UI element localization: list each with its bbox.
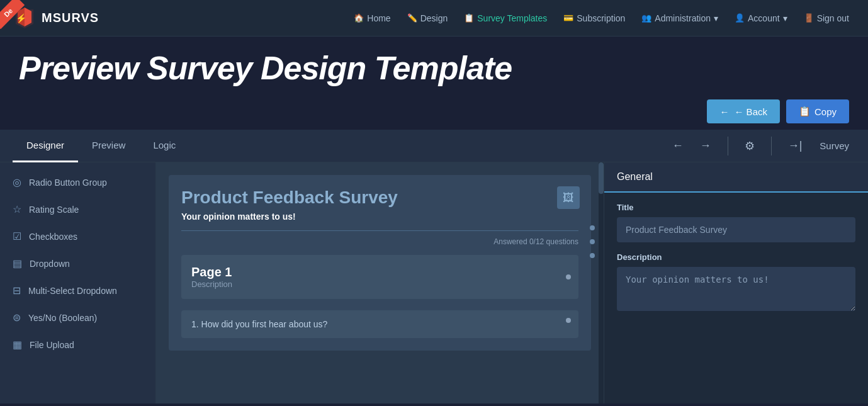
star-icon: ☆ xyxy=(13,203,21,215)
design-icon: ✏️ xyxy=(407,13,417,23)
undo-button[interactable]: ← xyxy=(667,137,689,155)
fileupload-icon: ▦ xyxy=(13,339,22,351)
back-button[interactable]: ← ← Back xyxy=(707,99,780,123)
nav-design[interactable]: ✏️ Design xyxy=(401,9,454,27)
survey-label: Survey xyxy=(813,140,855,151)
image-icon: 🖼 xyxy=(557,186,580,209)
sidebar-item-rating[interactable]: ☆ Rating Scale xyxy=(0,196,155,223)
survey-divider xyxy=(181,230,578,231)
expand-button[interactable]: →| xyxy=(783,137,808,155)
main-layout: ◎ Radio Button Group ☆ Rating Scale ☑ Ch… xyxy=(0,162,868,403)
page-section[interactable]: Page 1 Description xyxy=(181,255,578,299)
chevron-down-icon: ▾ xyxy=(714,13,718,23)
logo-text: MSURVS xyxy=(42,11,99,25)
dot-indicator-2 xyxy=(566,318,571,323)
nav-administration[interactable]: 👥 Administration ▾ xyxy=(635,9,724,27)
side-dots xyxy=(590,225,595,258)
page1-desc: Description xyxy=(191,279,568,289)
checkbox-icon: ☑ xyxy=(13,230,21,242)
nav-subscription[interactable]: 💳 Subscription xyxy=(557,9,631,27)
description-input[interactable]: Your opinion matters to us! xyxy=(617,267,855,311)
scrollbar-thumb xyxy=(599,162,604,194)
templates-icon: 📋 xyxy=(464,13,474,23)
sidebar-item-yesno[interactable]: ⊜ Yes/No (Boolean) xyxy=(0,304,155,331)
nav-links: 🏠 Home ✏️ Design 📋 Survey Templates 💳 Su… xyxy=(347,9,855,27)
copy-button[interactable]: 📋 Copy xyxy=(786,99,849,123)
panel-body: Title Description Your opinion matters t… xyxy=(604,193,868,334)
navbar: ⚡ MSURVS 🏠 Home ✏️ Design 📋 Survey Templ… xyxy=(0,0,868,37)
tab-preview[interactable]: Preview xyxy=(78,130,139,162)
question-text: 1. How did you first hear about us? xyxy=(191,319,568,329)
multiselect-icon: ⊟ xyxy=(13,285,21,296)
account-chevron-icon: ▾ xyxy=(783,13,787,23)
scrollbar-track xyxy=(599,162,604,403)
admin-icon: 👥 xyxy=(641,13,651,23)
survey-card: Product Feedback Survey Your opinion mat… xyxy=(169,175,591,351)
side-dot-1 xyxy=(590,225,595,230)
nav-account[interactable]: 👤 Account ▾ xyxy=(728,9,794,27)
panel-general-header: General xyxy=(604,162,868,193)
page-title: Preview Survey Design Template xyxy=(19,49,849,87)
settings-button[interactable]: ⚙ xyxy=(740,137,760,155)
svg-text:⚡: ⚡ xyxy=(16,13,27,24)
tab-designer[interactable]: Designer xyxy=(13,130,78,162)
sidebar-item-multiselect[interactable]: ⊟ Multi-Select Dropdown xyxy=(0,277,155,304)
radio-icon: ◎ xyxy=(13,176,21,188)
divider2 xyxy=(771,137,772,155)
question-section[interactable]: 1. How did you first hear about us? xyxy=(181,310,578,338)
account-icon: 👤 xyxy=(735,13,745,23)
page-header: Preview Survey Design Template xyxy=(0,37,868,93)
side-dot-3 xyxy=(590,253,595,258)
sidebar-item-dropdown[interactable]: ▤ Dropdown xyxy=(0,250,155,277)
dot-indicator-1 xyxy=(566,274,571,279)
home-icon: 🏠 xyxy=(354,13,364,23)
dropdown-icon: ▤ xyxy=(13,257,22,269)
survey-card-subtitle: Your opinion matters to us! xyxy=(181,211,578,222)
copy-icon: 📋 xyxy=(799,106,811,117)
nav-signout[interactable]: 🚪 Sign out xyxy=(798,9,855,27)
logo[interactable]: ⚡ MSURVS xyxy=(13,6,99,30)
signout-icon: 🚪 xyxy=(804,13,814,23)
back-icon: ← xyxy=(719,106,729,117)
redo-button[interactable]: → xyxy=(695,137,716,155)
sidebar: ◎ Radio Button Group ☆ Rating Scale ☑ Ch… xyxy=(0,162,156,403)
description-label: Description xyxy=(617,252,855,262)
designer-bar: Designer Preview Logic ← → ⚙ →| Survey xyxy=(0,130,868,162)
sidebar-item-fileupload[interactable]: ▦ File Upload xyxy=(0,331,155,358)
logo-icon: ⚡ xyxy=(13,6,37,30)
side-dot-2 xyxy=(590,239,595,244)
title-input[interactable] xyxy=(617,217,855,242)
right-panel: General Title Description Your opinion m… xyxy=(604,162,868,403)
survey-card-title: Product Feedback Survey xyxy=(181,188,578,208)
designer-tabs: Designer Preview Logic xyxy=(13,130,189,162)
header-actions: ← ← Back 📋 Copy xyxy=(0,93,868,130)
sidebar-item-checkboxes[interactable]: ☑ Checkboxes xyxy=(0,223,155,250)
nav-survey-templates[interactable]: 📋 Survey Templates xyxy=(458,9,553,27)
sidebar-item-radio[interactable]: ◎ Radio Button Group xyxy=(0,169,155,196)
canvas-area: Product Feedback Survey Your opinion mat… xyxy=(156,162,604,403)
tab-logic[interactable]: Logic xyxy=(139,130,189,162)
answered-text: Answered 0/12 questions xyxy=(181,237,578,246)
yesno-icon: ⊜ xyxy=(13,312,21,324)
nav-home[interactable]: 🏠 Home xyxy=(347,9,397,27)
page1-title: Page 1 xyxy=(191,265,568,279)
subscription-icon: 💳 xyxy=(563,13,573,23)
divider xyxy=(728,137,728,155)
title-label: Title xyxy=(617,203,855,212)
designer-actions: ← → ⚙ →| Survey xyxy=(667,137,855,155)
